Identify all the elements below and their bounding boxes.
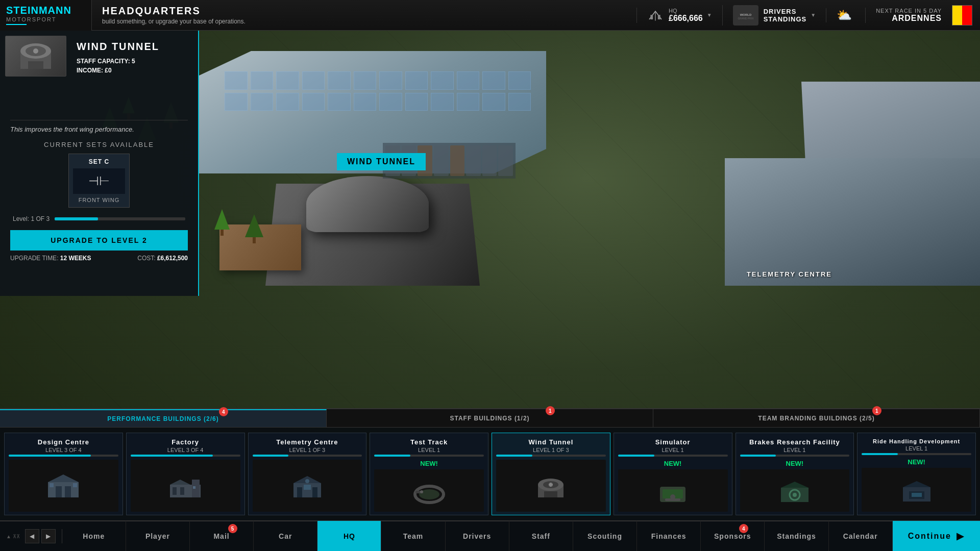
continue-label: Continue [908, 532, 951, 541]
nav-hq[interactable]: HQ [317, 521, 381, 551]
nav-scouting[interactable]: Scouting [573, 521, 637, 551]
svg-marker-12 [48, 474, 79, 482]
set-card: SET C ⊣⊢ FRONT WING [68, 154, 130, 208]
nav-standings[interactable]: Standings [765, 521, 828, 551]
tree-5 [245, 214, 263, 243]
staff-capacity-stat: STAFF CAPACITY: 5 [77, 58, 188, 65]
telemetry-map-label: TELEMETRY CENTRE [747, 270, 832, 278]
world-icon: WORLD GRAND PRIX [733, 5, 758, 26]
bottom-navigation: ▲ ⊼⊼ ◀ ▶ Home Player Mail 5 Car HQ Team … [0, 520, 980, 551]
building-card-design-centre[interactable]: Design Centre LEVEL 3 OF 4 [4, 433, 123, 515]
nav-mail[interactable]: Mail 5 [190, 521, 254, 551]
svg-rect-25 [297, 487, 302, 497]
race-next-label: NEXT RACE IN 5 DAY [876, 8, 942, 14]
level-info: Level: 1 OF 3 [10, 215, 188, 222]
ride-handling-fill [862, 453, 898, 455]
svg-point-47 [793, 493, 797, 497]
tree-6 [214, 209, 230, 236]
nav-hq-label: HQ [344, 532, 355, 540]
upgrade-cost: COST: £6,612,500 [137, 255, 188, 262]
set-label: SET C [73, 158, 125, 165]
telemetry-progress [253, 455, 362, 457]
nav-car[interactable]: Car [254, 521, 317, 551]
building-card-brakes[interactable]: Brakes Research Facility LEVEL 1 NEW! [736, 433, 854, 515]
income-value: £0 [105, 67, 111, 74]
upgrade-time-label: UPGRADE TIME: [10, 255, 58, 262]
building-thumbnail [5, 36, 66, 77]
nav-home-label: Home [83, 532, 105, 540]
headquarters-title: HEADQUARTERS [102, 5, 626, 17]
nav-finances[interactable]: Finances [637, 521, 701, 551]
hq-button[interactable]: HQ £666,666 ▼ [636, 8, 722, 23]
performance-badge: 4 [219, 407, 228, 416]
svg-rect-22 [193, 486, 195, 489]
upgrade-button[interactable]: UPGRADE TO LEVEL 2 [10, 230, 188, 251]
tab-performance-buildings[interactable]: PERFORMANCE BUILDINGS (2/6) 4 [0, 409, 327, 427]
tab-staff-buildings[interactable]: STAFF BUILDINGS (1/2) 1 [327, 409, 653, 427]
building-card-telemetry[interactable]: Telemetry Centre LEVEL 1 OF 3 [248, 433, 367, 515]
nav-calendar-label: Calendar [843, 532, 878, 540]
nav-prev-button[interactable]: ◀ [25, 529, 39, 543]
nav-calendar[interactable]: Calendar [829, 521, 893, 551]
svg-text:WORLD: WORLD [740, 13, 751, 16]
nav-scouting-label: Scouting [587, 532, 622, 540]
nav-drivers[interactable]: Drivers [446, 521, 509, 551]
wind-tunnel-map-label[interactable]: WIND TUNNEL [337, 153, 426, 170]
wind-tunnel-card-name: Wind Tunnel [528, 438, 573, 446]
telemetry-level: LEVEL 1 OF 3 [289, 447, 326, 453]
level-fill [55, 217, 97, 220]
wind-tunnel-dome [306, 176, 429, 232]
ride-handling-name: Ride Handling Development [873, 438, 960, 444]
svg-rect-2 [658, 15, 660, 19]
svg-rect-14 [65, 486, 71, 497]
test-track-progress [374, 455, 484, 457]
nav-sponsors[interactable]: Sponsors 4 [701, 521, 765, 551]
tab-branding-buildings[interactable]: TEAM BRANDING BUILDINGS (2/5) 1 [653, 409, 980, 427]
panel-stats: STAFF CAPACITY: 5 INCOME: £0 [77, 58, 188, 74]
ride-handling-new-badge: NEW! [908, 458, 925, 466]
standings-label: STANDINGS [764, 15, 807, 23]
nav-home[interactable]: Home [62, 521, 126, 551]
wind-tunnel-info-panel: WIND TUNNEL STAFF CAPACITY: 5 INCOME: £0… [0, 31, 199, 296]
logo-name: STEINMANN [6, 5, 71, 15]
branding-badge: 1 [872, 406, 881, 415]
svg-rect-13 [56, 486, 62, 497]
nav-staff[interactable]: Staff [509, 521, 573, 551]
svg-rect-15 [50, 483, 54, 487]
brakes-img [740, 469, 850, 512]
svg-point-10 [33, 48, 38, 54]
building-card-simulator[interactable]: Simulator LEVEL 1 NEW! [614, 433, 732, 515]
svg-marker-45 [781, 482, 808, 488]
svg-rect-26 [312, 487, 317, 497]
nav-team-label: Team [403, 532, 424, 540]
continue-button[interactable]: Continue ▶ [893, 521, 980, 551]
building-card-test-track[interactable]: Test Track LEVEL 1 NEW! [370, 433, 488, 515]
simulator-fill [618, 455, 654, 457]
factory-progress [131, 455, 240, 457]
building-card-ride-handling[interactable]: Ride Handling Development LEVEL 1 NEW! [857, 433, 976, 515]
world-standings-button[interactable]: WORLD GRAND PRIX DRIVERS STANDINGS ▼ [722, 5, 826, 26]
header-title-area: HEADQUARTERS build something, or upgrade… [92, 5, 636, 25]
building-card-factory[interactable]: Factory LEVEL 3 OF 4 [126, 433, 245, 515]
level-text: Level: 1 OF 3 [13, 215, 50, 222]
brakes-name: Brakes Research Facility [749, 438, 840, 446]
right-building-2 [725, 158, 980, 286]
nav-standings-label: Standings [777, 532, 816, 540]
game-area: FACTORY WIND TUNNEL TELEMETRY CENTRE WIN… [0, 31, 980, 520]
simulator-name: Simulator [655, 438, 691, 446]
panel-description: This improves the front wing performance… [10, 120, 188, 133]
bottom-buildings-bar: PERFORMANCE BUILDINGS (2/6) 4 STAFF BUIL… [0, 408, 980, 520]
factory-level: LEVEL 3 OF 4 [167, 447, 204, 453]
hq-arrow: ▼ [707, 12, 712, 18]
mail-badge: 5 [228, 524, 237, 533]
svg-rect-20 [173, 487, 177, 495]
nav-team[interactable]: Team [381, 521, 445, 551]
ride-handling-progress [862, 453, 971, 455]
test-track-level: LEVEL 1 [418, 447, 440, 453]
nav-player[interactable]: Player [126, 521, 190, 551]
nav-next-button[interactable]: ▶ [41, 529, 56, 543]
design-centre-img [9, 460, 118, 512]
nav-car-label: Car [279, 532, 292, 540]
building-card-wind-tunnel[interactable]: Wind Tunnel LEVEL 1 OF 3 [492, 433, 610, 515]
income-label: INCOME: [77, 67, 103, 74]
